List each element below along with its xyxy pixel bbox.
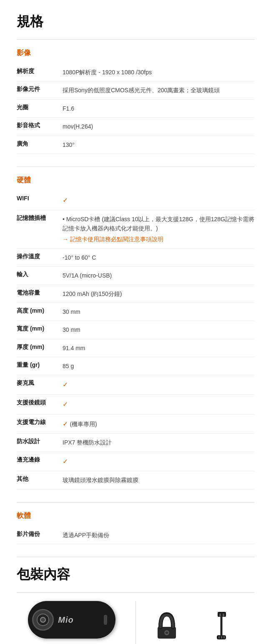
table-row: WIFI✓ — [17, 191, 254, 210]
table-row: 電池容量1200 mAh (約150分鐘) — [17, 285, 254, 303]
accessory-mount: U型固定座 — [154, 611, 179, 644]
spec-value: ✓ — [63, 452, 254, 471]
spec-label: 支援後鏡頭 — [17, 395, 63, 414]
section-divider-1 — [17, 167, 254, 167]
table-row: 廣角130° — [17, 136, 254, 154]
spec-label: 解析度 — [17, 63, 63, 81]
packaging-title: 包裝內容 — [17, 566, 254, 584]
svg-rect-8 — [218, 636, 220, 639]
spec-value: ✓ (機車專用) — [63, 414, 254, 434]
svg-rect-5 — [223, 614, 224, 617]
spec-label: 重量 (gr) — [17, 357, 63, 375]
spec-label: 影像元件 — [17, 81, 63, 99]
spec-value: 採用Sony的低照度CMOS感光元件、200萬畫素；全玻璃鏡頭 — [63, 81, 254, 99]
spec-label: 輸入 — [17, 267, 63, 285]
table-row: 記憶體插槽• MicroSD卡槽 (建議Class 10以上，最大支援128G，… — [17, 210, 254, 248]
spec-label: 光圈 — [17, 99, 63, 117]
svg-rect-10 — [223, 636, 225, 639]
section-divider-3 — [17, 557, 254, 557]
table-row: 厚度 (mm)91.4 mm — [17, 339, 254, 357]
spec-label: 厚度 (mm) — [17, 339, 63, 357]
table-row: 邊充邊錄✓ — [17, 452, 254, 471]
hardware-spec-table: WIFI✓記憶體插槽• MicroSD卡槽 (建議Class 10以上，最大支援… — [17, 191, 254, 490]
accessory-cable: 單頭防水車充連接線 — [199, 611, 244, 644]
software-spec-table: 影片備份透過APP手動備份 — [17, 526, 254, 544]
spec-value: 5V/1A (micro-USB) — [63, 267, 254, 285]
spec-value: 玻璃鏡頭潑水鍍膜與除霧鍍膜 — [63, 471, 254, 489]
hardware-section-title: 硬體 — [17, 175, 254, 185]
table-row: 支援後鏡頭✓ — [17, 395, 254, 414]
table-row: 操作溫度-10° to 60° C — [17, 248, 254, 266]
spec-label: 寬度 (mm) — [17, 321, 63, 339]
table-row: 光圈F1.6 — [17, 99, 254, 117]
table-row: 其他玻璃鏡頭潑水鍍膜與除霧鍍膜 — [17, 471, 254, 489]
svg-point-2 — [166, 631, 168, 634]
spec-value: 130° — [63, 136, 254, 154]
table-row: 解析度1080P解析度 - 1920 x 1080 /30fps — [17, 63, 254, 81]
video-section-title: 影像 — [17, 48, 254, 58]
table-row: 支援電力線✓ (機車專用) — [17, 414, 254, 434]
table-row: 重量 (gr)85 g — [17, 357, 254, 375]
spec-label: 邊充邊錄 — [17, 452, 63, 471]
spec-label: WIFI — [17, 191, 63, 210]
page-container: 規格 影像 解析度1080P解析度 - 1920 x 1080 /30fps影像… — [0, 0, 271, 644]
spec-value: 1080P解析度 - 1920 x 1080 /30fps — [63, 63, 254, 81]
svg-rect-9 — [221, 636, 222, 639]
spec-value: ✓ — [63, 191, 254, 210]
table-row: 影片備份透過APP手動備份 — [17, 526, 254, 544]
table-row: 防水設計IPX7 整機防水設計 — [17, 434, 254, 452]
packaging-section: 包裝內容 Mio MiVue™ — [17, 566, 254, 644]
table-row: 影音格式mov(H.264) — [17, 118, 254, 136]
hardware-section: 硬體 WIFI✓記憶體插槽• MicroSD卡槽 (建議Class 10以上，最… — [17, 175, 254, 490]
spec-label: 記憶體插槽 — [17, 210, 63, 248]
spec-label: 操作溫度 — [17, 248, 63, 266]
table-row: 高度 (mm)30 mm — [17, 303, 254, 321]
section-divider-2 — [17, 502, 254, 503]
video-spec-table: 解析度1080P解析度 - 1920 x 1080 /30fps影像元件採用So… — [17, 63, 254, 154]
cable-icon — [210, 611, 233, 641]
spec-value: 85 g — [63, 357, 254, 375]
table-row: 輸入5V/1A (micro-USB) — [17, 267, 254, 285]
spec-label: 高度 (mm) — [17, 303, 63, 321]
accessories: U型固定座 — [136, 601, 255, 644]
spec-value: mov(H.264) — [63, 118, 254, 136]
video-section: 影像 解析度1080P解析度 - 1920 x 1080 /30fps影像元件採… — [17, 48, 254, 154]
spec-value: F1.6 — [63, 99, 254, 117]
brand-label: Mio — [58, 615, 73, 625]
spec-label: 麥克風 — [17, 375, 63, 395]
spec-value: -10° to 60° C — [63, 248, 254, 266]
spec-value: ✓ — [63, 375, 254, 395]
spec-label: 影片備份 — [17, 526, 63, 544]
spec-value: 透過APP手動備份 — [63, 526, 254, 544]
spec-value: 91.4 mm — [63, 339, 254, 357]
software-section-title: 軟體 — [17, 511, 254, 520]
spec-label: 影音格式 — [17, 118, 63, 136]
software-section: 軟體 影片備份透過APP手動備份 — [17, 511, 254, 544]
spec-label: 電池容量 — [17, 285, 63, 303]
spec-value: 30 mm — [63, 303, 254, 321]
spec-label: 防水設計 — [17, 434, 63, 452]
spec-value: 1200 mAh (約150分鐘) — [63, 285, 254, 303]
main-product: Mio MiVue™ M733 勁系列WIFI機車行車記錄器 — [17, 601, 136, 644]
table-row: 寬度 (mm)30 mm — [17, 321, 254, 339]
mount-icon — [154, 611, 179, 641]
spec-label: 支援電力線 — [17, 414, 63, 434]
packaging-grid: Mio MiVue™ M733 勁系列WIFI機車行車記錄器 — [17, 592, 254, 644]
spec-value: 30 mm — [63, 321, 254, 339]
spec-value: • MicroSD卡槽 (建議Class 10以上，最大支援128G，使用128… — [63, 210, 254, 248]
title-divider — [17, 39, 254, 40]
spec-label: 其他 — [17, 471, 63, 489]
table-row: 麥克風✓ — [17, 375, 254, 395]
page-title: 規格 — [17, 13, 254, 31]
spec-label: 廣角 — [17, 136, 63, 154]
table-row: 影像元件採用Sony的低照度CMOS感光元件、200萬畫素；全玻璃鏡頭 — [17, 81, 254, 99]
memory-note-link[interactable]: 記憶卡使用請務必點閱注意事項說明 — [63, 235, 254, 244]
spec-value: ✓ — [63, 395, 254, 414]
spec-value: IPX7 整機防水設計 — [63, 434, 254, 452]
